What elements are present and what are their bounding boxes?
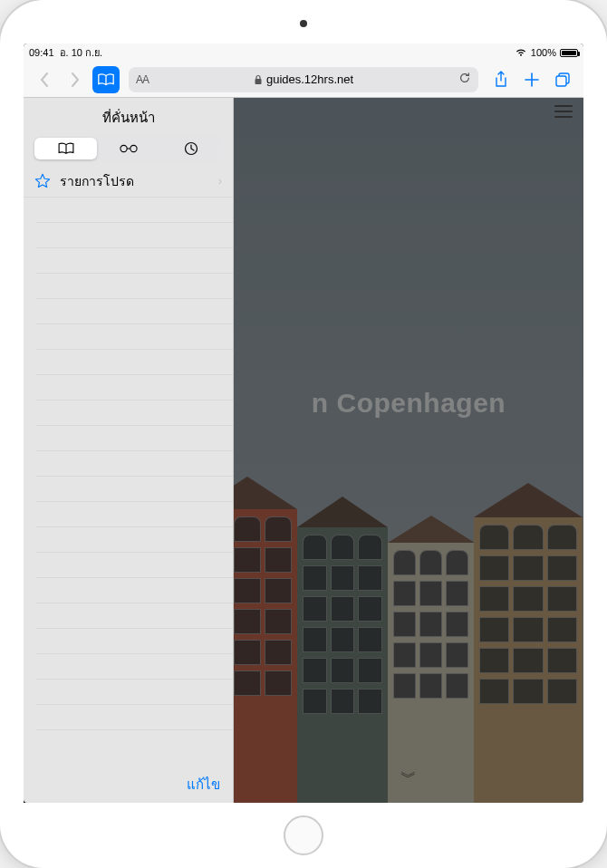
list-item <box>36 477 233 502</box>
forward-button[interactable] <box>62 66 89 93</box>
share-button[interactable] <box>487 66 515 93</box>
segment-bookmarks[interactable] <box>34 138 97 159</box>
new-tab-button[interactable] <box>518 66 545 93</box>
list-item <box>36 527 233 553</box>
edit-button[interactable]: แก้ไข <box>187 774 220 796</box>
list-item <box>36 578 233 603</box>
lock-icon <box>254 74 263 85</box>
address-bar[interactable]: AA guides.12hrs.net <box>129 67 478 92</box>
svg-point-3 <box>130 145 136 151</box>
plus-icon <box>524 72 540 88</box>
list-item <box>36 680 233 705</box>
svg-point-2 <box>120 145 126 151</box>
wifi-icon <box>515 48 527 57</box>
status-time: 09:41 <box>29 47 54 58</box>
list-item <box>36 705 233 730</box>
list-item <box>36 375 233 400</box>
list-item <box>36 198 233 223</box>
svg-rect-0 <box>255 79 261 84</box>
reader-button[interactable]: AA <box>136 73 149 86</box>
status-date: อ. 10 ก.ย. <box>60 44 103 61</box>
list-item <box>36 299 233 324</box>
reload-button[interactable] <box>458 72 471 87</box>
clock-icon <box>184 141 198 156</box>
reload-icon <box>458 72 471 84</box>
svg-rect-1 <box>556 76 566 86</box>
bookmarks-button[interactable] <box>92 66 120 93</box>
screen: 09:41 อ. 10 ก.ย. 100% <box>24 43 583 803</box>
glasses-icon <box>120 143 138 154</box>
list-item <box>36 502 233 527</box>
book-icon <box>57 142 75 155</box>
segment-history[interactable] <box>159 138 222 159</box>
sidebar-title: ที่คั่นหน้า <box>24 98 233 136</box>
tabs-button[interactable] <box>549 66 576 93</box>
web-page: n Copenhagen SCROLL <box>234 98 583 803</box>
content-area: ที่คั่นหน้า <box>24 98 583 803</box>
list-item <box>36 248 233 274</box>
ipad-frame: 09:41 อ. 10 ก.ย. 100% <box>0 0 607 868</box>
status-bar: 09:41 อ. 10 ก.ย. 100% <box>24 43 583 62</box>
list-item <box>36 324 233 350</box>
bookmarks-sidebar: ที่คั่นหน้า <box>24 98 234 803</box>
list-item <box>36 350 233 375</box>
home-button[interactable] <box>284 815 323 855</box>
share-icon <box>494 71 508 89</box>
list-item <box>36 400 233 426</box>
chevron-right-icon: › <box>218 175 222 188</box>
list-item <box>36 603 233 629</box>
dim-overlay <box>234 98 583 803</box>
sidebar-footer: แก้ไข <box>24 767 233 803</box>
list-item <box>36 451 233 477</box>
segment-reading-list[interactable] <box>97 138 159 159</box>
bookmarks-list[interactable] <box>24 198 233 767</box>
camera-dot <box>300 20 307 27</box>
list-item <box>36 223 233 248</box>
sidebar-segmented-control[interactable] <box>33 136 224 161</box>
url-text: guides.12hrs.net <box>266 72 353 86</box>
favorites-folder[interactable]: รายการโปรด › <box>24 165 233 198</box>
list-item <box>36 654 233 680</box>
chevron-down-icon[interactable]: ︾ <box>400 767 417 788</box>
book-icon <box>97 72 115 87</box>
star-icon <box>34 173 51 189</box>
list-item <box>36 629 233 654</box>
back-button[interactable] <box>31 66 58 93</box>
safari-toolbar: AA guides.12hrs.net <box>24 62 583 98</box>
favorites-label: รายการโปรด <box>60 171 209 191</box>
battery-icon <box>560 49 578 57</box>
list-item <box>36 553 233 578</box>
list-item <box>36 426 233 451</box>
battery-pct: 100% <box>531 47 556 58</box>
chevron-right-icon <box>69 72 82 88</box>
tabs-icon <box>554 72 571 88</box>
chevron-left-icon <box>38 72 51 88</box>
list-item <box>36 274 233 299</box>
